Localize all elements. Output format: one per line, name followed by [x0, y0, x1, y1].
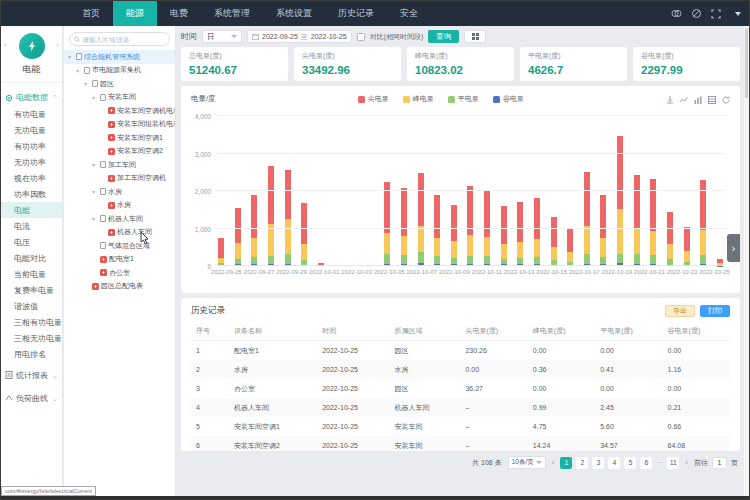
bar-2022-10-18[interactable]	[600, 116, 606, 266]
sidebar-item[interactable]: 用电排名	[1, 346, 62, 362]
legend-item[interactable]: 平电量	[448, 94, 479, 104]
theme-icon[interactable]	[671, 8, 682, 19]
legend-item[interactable]: 峰电量	[403, 94, 434, 104]
bar-2022-10-07[interactable]	[418, 116, 424, 266]
table-row[interactable]: 4机器人车间2022-10-25机器人车间–0.992.450.21	[191, 398, 730, 417]
tree-node[interactable]: 园区总配电表	[64, 280, 175, 294]
refresh-icon[interactable]	[722, 90, 730, 108]
page-number[interactable]: 5	[624, 457, 636, 469]
bar-2022-09-25[interactable]	[218, 116, 224, 266]
tree-node[interactable]: ▾安装车间	[64, 91, 175, 105]
tree-node[interactable]: 办公室	[64, 266, 175, 280]
bar-2022-10-17[interactable]	[584, 116, 590, 266]
table-row[interactable]: 3办公室2022-10-25园区36.270.000.000.00	[191, 379, 730, 398]
bar-2022-10-25[interactable]	[717, 116, 723, 266]
nav-tab[interactable]: 历史记录	[325, 1, 387, 26]
sidebar-item[interactable]: 视在功率	[1, 170, 62, 186]
print-button[interactable]: 打印	[700, 305, 730, 317]
goto-page-input[interactable]	[712, 457, 727, 469]
bar-2022-10-03[interactable]	[351, 116, 357, 266]
bar-2022-10-22[interactable]	[667, 116, 673, 266]
bar-2022-10-04[interactable]	[368, 116, 374, 266]
sidebar-item[interactable]: 电流	[1, 218, 62, 234]
user-menu-caret[interactable]	[735, 12, 741, 16]
sidebar-item[interactable]: 有功功率	[1, 138, 62, 154]
sidebar-item[interactable]: 三相无功电量	[1, 330, 62, 346]
sidebar-item[interactable]: 谐波值	[1, 298, 62, 314]
module-next-icon[interactable]: ›	[56, 40, 59, 50]
prev-page-icon[interactable]: ‹	[550, 458, 557, 467]
tree-node[interactable]: ▾水房	[64, 185, 175, 199]
module-prev-icon[interactable]: ‹	[4, 40, 7, 50]
bar-2022-09-30[interactable]	[301, 116, 307, 266]
tree-node[interactable]: ▾市电能源采集机	[64, 64, 175, 78]
block-icon[interactable]	[691, 8, 702, 19]
bar-2022-10-23[interactable]	[684, 116, 690, 266]
sidebar-item[interactable]: 无功电量	[1, 122, 62, 138]
sidebar-item[interactable]: 功率因数	[1, 186, 62, 202]
download-icon[interactable]	[666, 90, 674, 108]
page-scrollbar[interactable]	[744, 26, 749, 496]
page-size-select[interactable]: 10条/页	[508, 456, 546, 469]
sidebar-item[interactable]: 无功功率	[1, 154, 62, 170]
bar-2022-10-02[interactable]	[334, 116, 340, 266]
next-page-icon[interactable]: ›	[683, 458, 690, 467]
bar-2022-09-29[interactable]	[285, 116, 291, 266]
bar-2022-10-10[interactable]	[467, 116, 473, 266]
tree-node[interactable]: ▾综合能耗管理系统	[64, 50, 175, 64]
bar-chart-icon[interactable]	[694, 90, 702, 108]
legend-item[interactable]: 尖电量	[358, 94, 389, 104]
date-range-picker[interactable]: 2022-09-25 至 2022-10-25	[247, 30, 352, 43]
tree-node[interactable]: 水房	[64, 199, 175, 213]
page-number[interactable]: 2	[576, 457, 588, 469]
nav-tab[interactable]: 首页	[69, 1, 113, 26]
bar-2022-10-06[interactable]	[401, 116, 407, 266]
tree-node[interactable]: ▾机器人车间	[64, 212, 175, 226]
bar-2022-09-28[interactable]	[268, 116, 274, 266]
bar-2022-10-12[interactable]	[501, 116, 507, 266]
nav-tab[interactable]: 电费	[157, 1, 201, 26]
tree-node[interactable]: ▾园区	[64, 77, 175, 91]
sidebar-section-energy-data[interactable]: 电能数据 ⌃	[1, 89, 62, 106]
sidebar-item[interactable]: 有功电量	[1, 106, 62, 122]
sidebar-section[interactable]: 统计报表⌄	[1, 366, 62, 385]
bar-2022-10-16[interactable]	[567, 116, 573, 266]
table-row[interactable]: 2水房2022-10-25水房0.000.360.411.16	[191, 360, 730, 379]
bar-2022-10-11[interactable]	[484, 116, 490, 266]
sidebar-section[interactable]: 负荷曲线⌄	[1, 389, 62, 408]
sidebar-item[interactable]: 复费率电量	[1, 282, 62, 298]
tree-node[interactable]: 安装车间空调2	[64, 145, 175, 159]
sidebar-item[interactable]: 电能	[1, 202, 62, 218]
bar-2022-10-14[interactable]	[534, 116, 540, 266]
bar-2022-10-09[interactable]	[451, 116, 457, 266]
table-row[interactable]: 1配电室12022-10-25园区230.260.000.000.00	[191, 341, 730, 361]
tree-node[interactable]: 安装车间空调机电表	[64, 104, 175, 118]
line-chart-icon[interactable]	[680, 90, 688, 108]
bar-2022-10-24[interactable]	[700, 116, 706, 266]
page-number[interactable]: 3	[592, 457, 604, 469]
table-row[interactable]: 5安装车间空调12022-10-25安装车间–4.755.600.66	[191, 417, 730, 436]
sidebar-item[interactable]: 电压	[1, 234, 62, 250]
table-row[interactable]: 6安装车间空调22022-10-25安装车间–14.2434.5764.08	[191, 436, 730, 451]
sidebar-item[interactable]: 当前电量	[1, 266, 62, 282]
tree-node[interactable]: 配电室1	[64, 253, 175, 267]
period-select[interactable]: 日	[202, 30, 242, 43]
query-button[interactable]: 查询	[428, 30, 459, 43]
tree-node[interactable]: 安装车间空调1	[64, 131, 175, 145]
fullscreen-icon[interactable]	[711, 9, 721, 19]
tree-node[interactable]: ▾加工车间	[64, 158, 175, 172]
bar-2022-10-05[interactable]	[384, 116, 390, 266]
bar-2022-10-21[interactable]	[650, 116, 656, 266]
bar-2022-10-15[interactable]	[551, 116, 557, 266]
compare-checkbox[interactable]	[357, 33, 365, 41]
nav-tab[interactable]: 系统设置	[263, 1, 325, 26]
sidebar-item[interactable]: 三相有功电量	[1, 314, 62, 330]
bar-2022-09-26[interactable]	[235, 116, 241, 266]
legend-item[interactable]: 谷电量	[493, 94, 524, 104]
tree-node[interactable]: 安装车间组装机电表	[64, 118, 175, 132]
bar-2022-10-01[interactable]	[318, 116, 324, 266]
layout-toggle-button[interactable]	[464, 30, 486, 43]
nav-tab[interactable]: 安全	[387, 1, 431, 26]
export-button[interactable]: 导出	[665, 305, 695, 317]
bar-2022-10-08[interactable]	[434, 116, 440, 266]
